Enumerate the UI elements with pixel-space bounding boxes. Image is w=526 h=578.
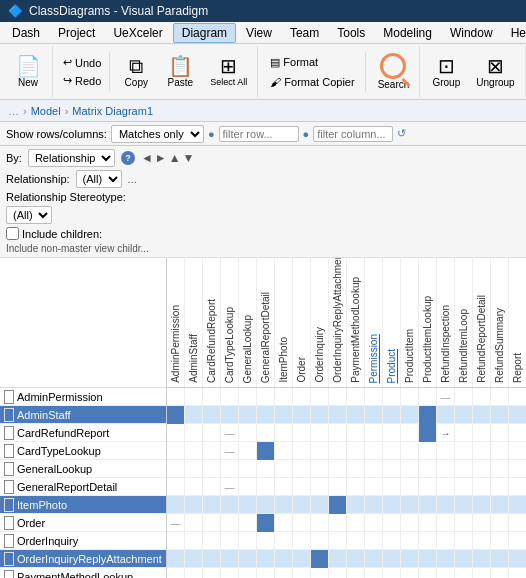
grid-cell[interactable] bbox=[203, 478, 221, 496]
grid-cell[interactable]: — bbox=[221, 424, 239, 442]
grid-cell[interactable]: → bbox=[437, 424, 455, 442]
menu-item-view[interactable]: View bbox=[238, 24, 280, 42]
grid-cell[interactable]: — bbox=[221, 442, 239, 460]
grid-row[interactable] bbox=[167, 406, 526, 424]
grid-cell[interactable] bbox=[185, 478, 203, 496]
grid-cell[interactable]: — bbox=[221, 478, 239, 496]
grid-cell[interactable] bbox=[419, 496, 437, 514]
row-item[interactable]: OrderInquiryReplyAttachment bbox=[0, 550, 166, 568]
grid-cell[interactable] bbox=[167, 406, 185, 424]
grid-row[interactable] bbox=[167, 550, 526, 568]
grid-cell[interactable] bbox=[203, 514, 221, 532]
grid-cell[interactable] bbox=[347, 460, 365, 478]
grid-cell[interactable] bbox=[491, 406, 509, 424]
grid-cell[interactable] bbox=[401, 388, 419, 406]
grid-cell[interactable] bbox=[509, 424, 526, 442]
grid-cell[interactable]: — bbox=[437, 388, 455, 406]
grid-cell[interactable] bbox=[365, 532, 383, 550]
grid-cell[interactable] bbox=[365, 496, 383, 514]
grid-cell[interactable] bbox=[347, 388, 365, 406]
group-button[interactable]: ⊡ Group bbox=[426, 53, 466, 91]
grid-cell[interactable] bbox=[257, 496, 275, 514]
grid-cell[interactable] bbox=[347, 514, 365, 532]
grid-cell[interactable] bbox=[275, 388, 293, 406]
grid-cell[interactable] bbox=[347, 478, 365, 496]
grid-cell[interactable] bbox=[185, 532, 203, 550]
grid-cell[interactable] bbox=[401, 460, 419, 478]
grid-cell[interactable] bbox=[275, 568, 293, 578]
grid-cell[interactable] bbox=[455, 532, 473, 550]
row-item[interactable]: GeneralLookup bbox=[0, 460, 166, 478]
menu-item-team[interactable]: Team bbox=[282, 24, 327, 42]
grid-cell[interactable] bbox=[383, 568, 401, 578]
grid-cell[interactable] bbox=[455, 478, 473, 496]
grid-cell[interactable] bbox=[167, 442, 185, 460]
grid-cell[interactable] bbox=[275, 442, 293, 460]
grid-cell[interactable] bbox=[239, 496, 257, 514]
include-children-checkbox[interactable] bbox=[6, 227, 19, 240]
grid-cell[interactable] bbox=[167, 388, 185, 406]
menu-item-help[interactable]: Help bbox=[503, 24, 526, 42]
col-header[interactable]: CardTypeLookup bbox=[221, 258, 239, 387]
grid-cell[interactable] bbox=[329, 406, 347, 424]
grid-cell[interactable] bbox=[419, 568, 437, 578]
grid-cell[interactable] bbox=[491, 514, 509, 532]
grid-cell[interactable] bbox=[311, 514, 329, 532]
grid-cell[interactable] bbox=[419, 532, 437, 550]
grid-cell[interactable] bbox=[293, 496, 311, 514]
grid-cell[interactable] bbox=[185, 460, 203, 478]
grid-row[interactable]: — bbox=[167, 442, 526, 460]
filter-select[interactable]: Matches only bbox=[111, 125, 204, 143]
menu-item-window[interactable]: Window bbox=[442, 24, 501, 42]
grid-cell[interactable] bbox=[311, 496, 329, 514]
col-header[interactable]: GeneralLookup bbox=[239, 258, 257, 387]
col-header[interactable]: Order bbox=[293, 258, 311, 387]
grid-cell[interactable] bbox=[239, 442, 257, 460]
grid-cell[interactable] bbox=[347, 532, 365, 550]
grid-cell[interactable] bbox=[239, 460, 257, 478]
grid-cell[interactable] bbox=[185, 568, 203, 578]
grid-cell[interactable] bbox=[275, 514, 293, 532]
grid-cell[interactable] bbox=[473, 406, 491, 424]
grid-cell[interactable] bbox=[275, 496, 293, 514]
menu-item-uexceler[interactable]: UeXceler bbox=[105, 24, 170, 42]
menu-item-tools[interactable]: Tools bbox=[329, 24, 373, 42]
grid-cell[interactable] bbox=[311, 406, 329, 424]
grid-cell[interactable] bbox=[203, 406, 221, 424]
grid-cell[interactable] bbox=[167, 496, 185, 514]
by-select[interactable]: Relationship bbox=[28, 149, 115, 167]
grid-cell[interactable] bbox=[203, 568, 221, 578]
grid-cell[interactable] bbox=[293, 514, 311, 532]
grid-cell[interactable] bbox=[419, 442, 437, 460]
grid-cell[interactable] bbox=[509, 532, 526, 550]
grid-cell[interactable] bbox=[293, 442, 311, 460]
relationship-select[interactable]: (All) bbox=[76, 170, 122, 188]
grid-cell[interactable] bbox=[419, 424, 437, 442]
grid-cell[interactable] bbox=[383, 550, 401, 568]
grid-cell[interactable] bbox=[311, 532, 329, 550]
grid-cell[interactable] bbox=[203, 442, 221, 460]
grid-cell[interactable] bbox=[221, 388, 239, 406]
grid-cell[interactable] bbox=[419, 550, 437, 568]
menu-item-modeling[interactable]: Modeling bbox=[375, 24, 440, 42]
grid-cell[interactable] bbox=[275, 478, 293, 496]
grid-cell[interactable] bbox=[239, 478, 257, 496]
col-header[interactable]: Permission bbox=[365, 258, 383, 387]
col-header[interactable]: OrderInquiryReplyAttachment bbox=[329, 258, 347, 387]
grid-cell[interactable] bbox=[329, 496, 347, 514]
grid-cell[interactable] bbox=[401, 406, 419, 424]
grid-cell[interactable] bbox=[221, 532, 239, 550]
grid-cell[interactable] bbox=[383, 388, 401, 406]
grid-cell[interactable] bbox=[221, 460, 239, 478]
grid-cell[interactable] bbox=[329, 442, 347, 460]
grid-cell[interactable] bbox=[419, 460, 437, 478]
grid-cell[interactable] bbox=[401, 496, 419, 514]
paste-button[interactable]: 📋 Paste bbox=[160, 53, 200, 91]
grid-cell[interactable] bbox=[383, 406, 401, 424]
grid-cell[interactable] bbox=[311, 568, 329, 578]
grid-cell[interactable] bbox=[437, 406, 455, 424]
col-header[interactable]: Product bbox=[383, 258, 401, 387]
grid-cell[interactable] bbox=[311, 550, 329, 568]
grid-cell[interactable] bbox=[491, 532, 509, 550]
menu-item-diagram[interactable]: Diagram bbox=[173, 23, 236, 43]
